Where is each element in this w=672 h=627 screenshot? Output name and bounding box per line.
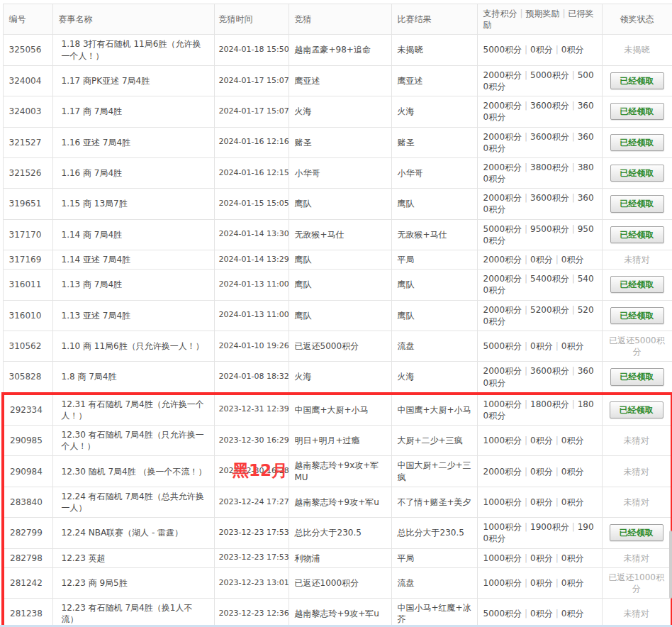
row-guess: 火海 <box>289 96 391 127</box>
divider: | <box>572 162 575 172</box>
divider: | <box>525 497 527 507</box>
table-row: 29233412.31 有石随机 7局4胜（允许换一个人！）2023-12-31… <box>3 394 672 426</box>
row-event-name: 1.13 亚述 7局4胜 <box>52 300 214 331</box>
row-support-points: 5000积分 <box>483 341 522 351</box>
row-event-name: 12.31 有石随机 7局4胜（允许换一个人！） <box>52 394 214 426</box>
row-claim-status-cell: 未猜对 <box>602 487 672 517</box>
row-bet-time: 2023-12-24 17:27 <box>214 487 289 517</box>
divider: | <box>525 193 527 203</box>
row-id: 316010 <box>3 300 52 331</box>
row-event-name: 12.24 有石随机 7局4胜（总共允许换一人） <box>52 487 214 517</box>
row-bet-time: 2023-12-23 13:01 <box>214 567 289 598</box>
claim-status-button[interactable]: 已经领取 <box>610 276 664 293</box>
row-claim-status-cell: 未猜对 <box>602 426 672 456</box>
row-received-reward: 0积分 <box>561 45 584 55</box>
row-expected-reward: 5200积分 <box>530 305 569 315</box>
claim-status-button[interactable]: 已经领取 <box>610 524 663 541</box>
row-bet-time: 2024-01-14 13:29 <box>214 250 289 270</box>
row-claim-status-cell: 已经领取 <box>602 394 672 426</box>
row-bet-time: 2024-01-16 12:16 <box>214 127 289 157</box>
table-row: 3240031.17 商 7局4胜2024-01-17 15:07火海火海200… <box>3 96 672 127</box>
row-guess: 中国鹰+大厨+小马 <box>289 394 391 426</box>
row-id: 282799 <box>3 518 52 548</box>
divider: | <box>525 70 527 80</box>
table-body-main: 3250561.18 3打有石随机 11局6胜（允许换一个人！）2024-01-… <box>3 35 672 394</box>
row-claim-status-cell: 未揭晓 <box>602 35 672 65</box>
header-event-name: 赛事名称 <box>52 4 214 35</box>
row-event-name: 12.30 有石随机 7局4胜（只允许换一个人！） <box>52 426 214 456</box>
divider: | <box>572 399 575 409</box>
row-support-points: 2000积分 <box>483 467 522 477</box>
row-expected-reward: 3600积分 <box>530 366 569 376</box>
table-row: 28384012.24 有石随机 7局4胜（总共允许换一人）2023-12-24… <box>3 487 672 517</box>
claim-status-button[interactable]: 已经领取 <box>610 195 664 212</box>
row-claim-status-cell: 已经领取 <box>602 518 672 548</box>
row-id: 292334 <box>3 394 52 426</box>
row-bet-time: 2024-01-15 15:05 <box>214 189 289 219</box>
divider: | <box>556 609 559 618</box>
claim-status-button[interactable]: 已经领取 <box>610 134 664 151</box>
row-id: 282798 <box>3 548 52 567</box>
claim-status-button[interactable]: 已经领取 <box>610 226 664 243</box>
row-support-points: 2000积分 <box>483 162 522 172</box>
row-guess: 赌圣 <box>289 127 391 157</box>
row-expected-reward: 3600积分 <box>530 132 569 142</box>
status-text: 已返还5000积分 <box>609 335 665 357</box>
row-points: 2000积分|5000积分|5000积分 <box>477 65 602 96</box>
status-text: 未猜对 <box>624 467 649 477</box>
row-received-reward: 0积分 <box>561 467 584 477</box>
row-match-result: 鹰队 <box>391 189 477 219</box>
claim-status-button[interactable]: 已经领取 <box>610 165 664 182</box>
row-id: 281238 <box>3 599 52 627</box>
row-received-reward: 0积分 <box>561 435 584 445</box>
divider: | <box>572 70 575 80</box>
header-match-result: 比赛结果 <box>391 4 477 35</box>
row-expected-reward: 0积分 <box>530 45 553 55</box>
divider: | <box>525 609 527 618</box>
claim-status-button[interactable]: 已经领取 <box>610 401 663 418</box>
row-match-result: 中国小马+红魔+冰芥 <box>391 599 477 627</box>
row-match-result: 小华哥 <box>391 157 477 188</box>
table-body-december-marked: 29233412.31 有石随机 7局4胜（允许换一个人！）2023-12-31… <box>3 394 672 627</box>
claim-status-button[interactable]: 已经领取 <box>610 72 664 89</box>
row-guess: 利物浦 <box>289 548 391 567</box>
row-event-name: 12.23 商 9局5胜 <box>52 567 214 598</box>
row-match-result: 火海 <box>391 362 477 394</box>
header-expected-reward: 预期奖励 <box>526 9 560 18</box>
row-guess: 鹰队 <box>289 270 391 300</box>
header-guess: 竞猜 <box>289 4 391 35</box>
claim-status-button[interactable]: 已经领取 <box>610 368 664 385</box>
row-expected-reward: 9500积分 <box>530 224 569 234</box>
claim-status-button[interactable]: 已经领取 <box>610 103 664 120</box>
claim-status-button[interactable]: 已经领取 <box>610 307 664 324</box>
table-row: 3160101.13 亚述 7局4胜2024-01-13 11:00鹰队鹰队20… <box>3 300 672 331</box>
table-row: 3171691.14 亚述 7局4胜2024-01-14 13:29鹰队平局20… <box>3 250 672 270</box>
row-points: 2000积分|3800积分|3800积分 <box>477 157 602 188</box>
row-support-points: 2000积分 <box>483 70 522 80</box>
divider: | <box>525 399 527 409</box>
row-claim-status-cell: 未猜对 <box>602 548 672 567</box>
row-match-result: 大厨+二少+三疯 <box>391 426 477 456</box>
divider: | <box>572 522 575 532</box>
row-id: 316011 <box>3 270 52 300</box>
row-match-result: 流盘 <box>391 567 477 598</box>
divider: | <box>525 341 527 351</box>
row-support-points: 2000积分 <box>483 305 522 315</box>
table-row: 3105621.10 商 11局6胜（只允许换一人！）2024-01-10 19… <box>3 331 672 361</box>
divider: | <box>556 435 559 445</box>
header-id: 编号 <box>3 4 52 35</box>
table-row: 28123812.23 有石随机 7局4胜（换1人不流）2023-12-23 1… <box>3 599 672 627</box>
row-match-result: 中国大厨+二少+三疯 <box>391 456 477 487</box>
divider: | <box>525 305 527 315</box>
status-text: 未猜对 <box>624 609 649 618</box>
vertical-scrollbar-thumb[interactable] <box>669 531 672 599</box>
row-bet-time: 2024-01-14 13:30 <box>214 219 289 250</box>
row-claim-status-cell: 已经领取 <box>602 127 672 157</box>
row-claim-status-cell: 已经领取 <box>602 96 672 127</box>
row-received-reward: 0积分 <box>561 609 584 618</box>
row-claim-status-cell: 已经领取 <box>602 189 672 219</box>
row-points: 2000积分|5400积分|5400积分 <box>477 270 602 300</box>
table-row: 3171701.14 商 7局4胜2024-01-14 13:30无敌猴+马仕无… <box>3 219 672 250</box>
divider: | <box>572 305 575 315</box>
divider: | <box>556 497 559 507</box>
